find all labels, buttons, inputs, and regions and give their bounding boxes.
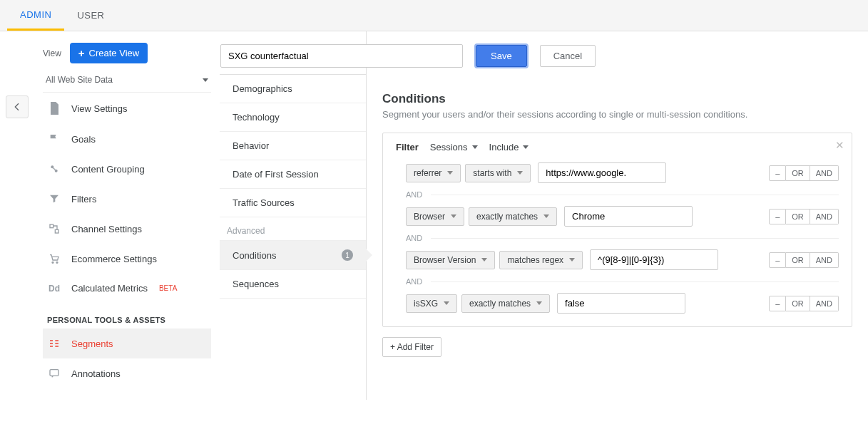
cart-icon <box>47 253 61 264</box>
or-button[interactable]: OR <box>786 252 810 268</box>
add-filter-button[interactable]: + Add Filter <box>382 337 441 357</box>
back-button[interactable] <box>6 95 29 118</box>
cat-label: Conditions <box>233 250 276 261</box>
rule-value-input[interactable] <box>557 293 685 314</box>
arrow-left-icon <box>11 101 23 113</box>
and-button[interactable]: AND <box>810 165 839 181</box>
tab-user[interactable]: USER <box>64 0 117 31</box>
caret-down-icon <box>451 214 456 218</box>
remove-rule-button[interactable]: – <box>769 252 786 268</box>
and-separator: AND <box>406 277 422 286</box>
rule-value-input[interactable] <box>564 206 693 227</box>
remove-rule-button[interactable]: – <box>769 209 786 224</box>
rule-row: referrer starts with – OR AND <box>396 162 839 183</box>
caret-down-icon <box>517 171 523 175</box>
dimension-dropdown[interactable]: isSXG <box>406 294 457 313</box>
nav-calculated-metrics[interactable]: Dd Calculated Metrics BETA <box>43 274 211 303</box>
filter-mode-value: Include <box>489 142 519 152</box>
and-separator: AND <box>406 190 422 199</box>
personal-section-label: PERSONAL TOOLS & ASSETS <box>43 303 211 329</box>
and-button[interactable]: AND <box>810 252 839 268</box>
and-button[interactable]: AND <box>810 209 839 224</box>
caret-down-icon <box>447 171 453 175</box>
close-icon[interactable]: ✕ <box>835 139 844 152</box>
funnel-icon <box>47 193 61 205</box>
dimension-value: isSXG <box>414 299 438 309</box>
operator-dropdown[interactable]: exactly matches <box>469 207 557 226</box>
svg-rect-7 <box>50 370 58 376</box>
caret-down-icon <box>569 258 575 262</box>
svg-rect-3 <box>50 224 53 228</box>
filter-scope-value: Sessions <box>430 142 468 152</box>
dimension-dropdown[interactable]: Browser <box>406 207 464 226</box>
advanced-section-label: Advanced <box>220 217 366 240</box>
nav-label: Content Grouping <box>71 164 145 175</box>
operator-dropdown[interactable]: starts with <box>465 164 531 182</box>
segments-icon <box>47 338 61 349</box>
nav-content-grouping[interactable]: Content Grouping <box>43 154 211 184</box>
nav-label: Calculated Metrics <box>71 283 148 294</box>
nav-goals[interactable]: Goals <box>43 124 211 154</box>
nav-view-settings[interactable]: View Settings <box>43 93 211 124</box>
filter-scope-dropdown[interactable]: Sessions <box>430 142 478 152</box>
filter-block: ✕ Filter Sessions Include referrer start… <box>382 133 852 327</box>
segment-name-input[interactable] <box>220 44 463 68</box>
nav-filters[interactable]: Filters <box>43 184 211 214</box>
cat-conditions[interactable]: Conditions 1 <box>220 240 366 269</box>
dimension-dropdown[interactable]: referrer <box>406 164 461 182</box>
operator-value: matches regex <box>507 255 563 265</box>
caret-down-icon <box>481 258 487 262</box>
operator-dropdown[interactable]: matches regex <box>499 251 583 269</box>
cancel-button[interactable]: Cancel <box>540 45 596 67</box>
and-button[interactable]: AND <box>810 296 839 311</box>
remove-rule-button[interactable]: – <box>769 296 786 311</box>
or-button[interactable]: OR <box>786 296 810 311</box>
save-button[interactable]: Save <box>476 45 527 67</box>
caret-down-icon <box>543 214 549 218</box>
nav-channel-settings[interactable]: Channel Settings <box>43 214 211 244</box>
nav-annotations[interactable]: Annotations <box>43 358 211 388</box>
rule-value-input[interactable] <box>538 162 666 183</box>
nav-label: Filters <box>71 194 96 205</box>
rule-row: isSXG exactly matches – OR AND <box>396 293 839 314</box>
cat-traffic-sources[interactable]: Traffic Sources <box>220 188 366 217</box>
nav-ecommerce-settings[interactable]: Ecommerce Settings <box>43 244 211 274</box>
rule-value-input[interactable] <box>590 249 718 270</box>
create-view-label: Create View <box>89 48 140 58</box>
cat-technology[interactable]: Technology <box>220 103 366 131</box>
svg-point-5 <box>52 262 53 263</box>
cat-demographics[interactable]: Demographics <box>220 74 366 103</box>
document-icon <box>47 102 61 115</box>
tab-admin[interactable]: ADMIN <box>7 0 64 31</box>
create-view-button[interactable]: + Create View <box>70 43 148 63</box>
conditions-count-badge: 1 <box>342 249 353 261</box>
nav-label: Goals <box>71 134 96 145</box>
remove-rule-button[interactable]: – <box>769 165 786 181</box>
nav-segments[interactable]: Segments <box>43 329 211 358</box>
svg-point-6 <box>56 262 58 263</box>
annotations-icon <box>47 368 61 379</box>
top-tabs: ADMIN USER <box>0 0 868 31</box>
or-button[interactable]: OR <box>786 165 810 181</box>
operator-dropdown[interactable]: exactly matches <box>461 294 550 313</box>
view-selector[interactable]: All Web Site Data <box>43 69 211 93</box>
rule-row: Browser Version matches regex – OR AND <box>396 249 839 270</box>
nav-label: Channel Settings <box>71 224 142 234</box>
nav-label: View Settings <box>71 103 128 114</box>
main-panel: Save Cancel Conditions Segment your user… <box>367 31 868 400</box>
dimension-value: referrer <box>414 168 441 178</box>
or-button[interactable]: OR <box>786 209 810 224</box>
dimension-dropdown[interactable]: Browser Version <box>406 251 495 269</box>
plus-icon: + <box>78 47 85 59</box>
group-icon <box>47 163 61 175</box>
cat-sequences[interactable]: Sequences <box>220 269 366 299</box>
caret-down-icon <box>523 145 529 149</box>
dimension-value: Browser Version <box>414 255 476 265</box>
cat-date-first-session[interactable]: Date of First Session <box>220 160 366 188</box>
caret-down-icon <box>203 78 208 82</box>
operator-value: starts with <box>473 168 511 178</box>
nav-label: Segments <box>71 338 113 349</box>
beta-badge: BETA <box>159 284 177 292</box>
filter-mode-dropdown[interactable]: Include <box>489 142 529 152</box>
cat-behavior[interactable]: Behavior <box>220 131 366 160</box>
